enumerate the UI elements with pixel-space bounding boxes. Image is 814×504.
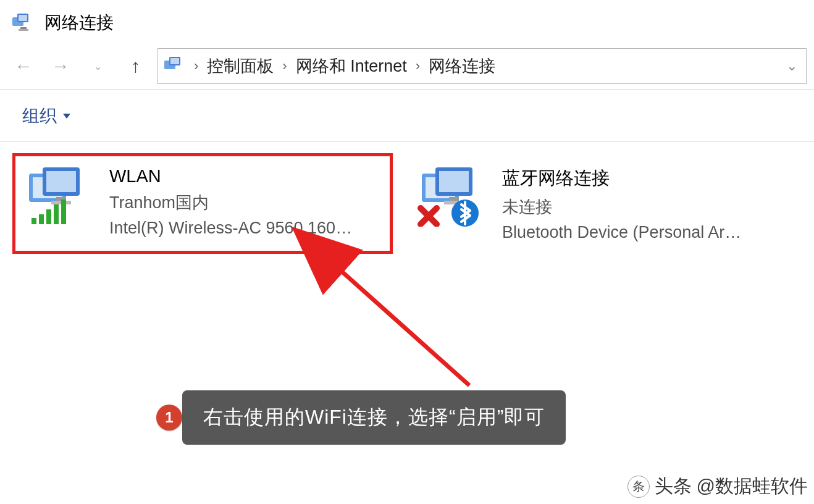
connection-item-wlan[interactable]: WLAN Tranhom国内 Intel(R) Wireless-AC 9560… xyxy=(12,153,393,254)
svg-rect-14 xyxy=(31,218,36,224)
connection-name: WLAN xyxy=(109,166,352,187)
organize-menu[interactable]: 组织 xyxy=(22,104,70,128)
svg-rect-22 xyxy=(439,171,469,192)
up-button[interactable]: ↑ xyxy=(131,56,140,77)
svg-rect-17 xyxy=(54,204,59,224)
annotation-step-number: 1 xyxy=(156,405,182,430)
nav-arrows: ← → ⌄ ↑ xyxy=(11,56,145,77)
connection-texts: WLAN Tranhom国内 Intel(R) Wireless-AC 9560… xyxy=(109,165,352,238)
chevron-right-icon[interactable]: › xyxy=(191,58,201,74)
svg-rect-18 xyxy=(61,200,66,224)
bluetooth-adapter-icon xyxy=(417,165,485,227)
address-dropdown-icon[interactable]: ⌄ xyxy=(786,58,797,74)
address-bar[interactable]: › 控制面板 › 网络和 Internet › 网络连接 ⌄ xyxy=(157,48,807,84)
titlebar: 网络连接 xyxy=(0,0,814,46)
connection-name: 蓝牙网络连接 xyxy=(502,166,741,191)
watermark: 条 头条 @数据蛙软件 xyxy=(627,474,808,499)
network-connections-icon xyxy=(12,14,33,32)
forward-button[interactable]: → xyxy=(51,56,70,77)
connection-device: Bluetooth Device (Personal Ar… xyxy=(502,223,741,242)
svg-line-29 xyxy=(337,267,469,385)
connection-status: 未连接 xyxy=(502,196,741,218)
breadcrumb-network-internet[interactable]: 网络和 Internet xyxy=(296,55,407,77)
svg-rect-4 xyxy=(19,29,28,31)
annotation-callout: 1 右击使用的WiFi连接，选择“启用”即可 xyxy=(182,390,566,445)
chevron-down-icon xyxy=(63,114,70,119)
svg-rect-3 xyxy=(20,27,27,29)
wlan-adapter-icon xyxy=(24,165,92,227)
organize-label: 组织 xyxy=(22,104,57,128)
svg-rect-11 xyxy=(46,171,76,192)
annotation-text: 右击使用的WiFi连接，选择“启用”即可 xyxy=(182,390,566,445)
svg-rect-2 xyxy=(19,15,27,21)
nav-row: ← → ⌄ ↑ › 控制面板 › 网络和 Internet › 网络连接 ⌄ xyxy=(0,46,814,90)
svg-rect-23 xyxy=(449,197,459,201)
back-button[interactable]: ← xyxy=(14,56,33,77)
breadcrumb-network-connections[interactable]: 网络连接 xyxy=(429,55,495,77)
chevron-right-icon[interactable]: › xyxy=(280,58,289,74)
toolbar: 组织 xyxy=(0,90,814,142)
connections-panel: WLAN Tranhom国内 Intel(R) Wireless-AC 9560… xyxy=(0,142,814,265)
svg-rect-7 xyxy=(170,58,179,64)
window-title: 网络连接 xyxy=(44,11,114,35)
connection-status: Tranhom国内 xyxy=(109,191,352,214)
connection-texts: 蓝牙网络连接 未连接 Bluetooth Device (Personal Ar… xyxy=(502,165,741,242)
breadcrumb-control-panel[interactable]: 控制面板 xyxy=(207,55,274,77)
connection-device: Intel(R) Wireless-AC 9560 160… xyxy=(109,219,352,238)
watermark-icon: 条 xyxy=(627,476,650,498)
svg-rect-15 xyxy=(39,214,44,224)
watermark-label: 头条 xyxy=(655,474,692,499)
recent-dropdown[interactable]: ⌄ xyxy=(88,61,107,72)
connection-item-bluetooth[interactable]: 蓝牙网络连接 未连接 Bluetooth Device (Personal Ar… xyxy=(405,153,786,254)
watermark-author: @数据蛙软件 xyxy=(697,474,808,499)
location-icon xyxy=(164,57,185,75)
svg-rect-16 xyxy=(46,209,51,224)
chevron-right-icon[interactable]: › xyxy=(413,58,422,74)
